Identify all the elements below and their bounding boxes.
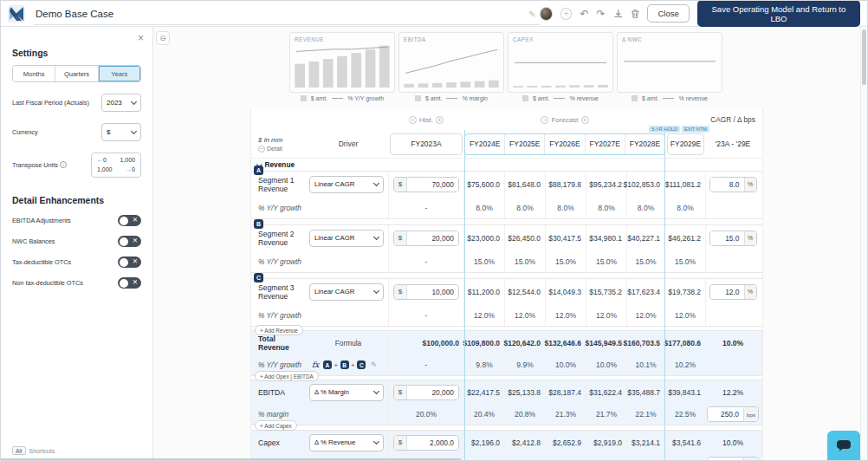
toggle-label-tax-deductible-otcs: Tax-deductible OTCs — [12, 258, 74, 266]
save-operating-model-button[interactable]: Save Operating Model and Return to LBO — [697, 0, 860, 27]
total-value-cell: $120,642.0 — [505, 331, 546, 354]
segment-a-badge: A — [254, 166, 263, 175]
non-tax-deductible-otcs-toggle[interactable]: ✕ — [118, 277, 141, 289]
line-legend-swatch — [663, 98, 674, 99]
currency-select[interactable]: $ — [101, 123, 141, 141]
chevron-down-icon — [373, 388, 379, 394]
expand-hist-icon[interactable]: + — [436, 116, 444, 124]
capex-delta-bps-input[interactable] — [708, 458, 743, 461]
column-header-fy2026e[interactable]: FY2026E — [544, 134, 584, 154]
segment-3-growth-cell: 12.0% — [464, 304, 505, 326]
collapse-forecast-icon[interactable]: − — [541, 116, 548, 124]
tab-months[interactable]: Months — [13, 66, 55, 81]
revenue-chart-title: REVENUE — [295, 36, 324, 42]
margin-row-label: % margin — [251, 410, 308, 419]
segment-2-value-cell: $30,417.5 — [546, 225, 586, 250]
chevron-down-icon — [373, 288, 379, 294]
segment-1-cagr-input[interactable] — [710, 178, 744, 192]
trash-icon[interactable] — [631, 9, 639, 19]
model-title-field[interactable]: Demo Base Case ✎ — [34, 4, 540, 25]
toggle-label-ebitda-adjustments: EBITDA Adjustments — [12, 217, 74, 224]
growth-row-label: % Y/Y growth — [251, 360, 308, 369]
tab-quarters[interactable]: Quarters — [55, 66, 98, 81]
ebitda-chart-title: EBITDA — [404, 36, 426, 42]
segment-1-value-cell: $111,081.2 — [665, 172, 706, 197]
segment-b-badge: B — [254, 219, 263, 229]
segment-3-cagr-input[interactable] — [710, 285, 744, 299]
segment-3-driver-select[interactable]: Linear CAGR — [309, 283, 384, 301]
tab-years[interactable]: Years — [99, 66, 140, 81]
column-header-fy2023a[interactable]: FY2023A — [390, 133, 463, 155]
chevron-down-icon — [131, 99, 137, 105]
undo-icon[interactable]: ↶ — [580, 9, 588, 19]
detail-enhancements-title: Detail Enhancements — [12, 195, 141, 205]
horizontal-scrollbar[interactable] — [1, 458, 461, 460]
nwc-balances-toggle[interactable]: ✕ — [118, 236, 141, 247]
segment-2-base-input[interactable] — [407, 231, 458, 245]
hist-margin-cell: 20.0% — [388, 404, 464, 425]
capex-revenue-pct-cell: 2.0% — [464, 454, 505, 461]
segment-2-cagr-input[interactable] — [710, 231, 744, 245]
total-growth-cell: 10.1% — [627, 354, 665, 375]
ebitda-adjustments-toggle[interactable]: ✕ — [118, 215, 141, 226]
add-capex-button[interactable]: + Add Capex — [255, 420, 297, 431]
capex-value-cell: $2,196.0 — [464, 431, 505, 454]
total-formula[interactable]: fx A + B + C ✎ — [308, 360, 388, 369]
history-panel-button[interactable]: ⊖ — [156, 31, 170, 45]
nwc-chart-title: Δ NWC — [622, 36, 642, 42]
close-button[interactable]: Close — [647, 4, 689, 23]
capex-driver-select[interactable]: Δ % Revenue — [309, 434, 384, 451]
add-collaborator-icon[interactable]: + — [560, 8, 572, 20]
growth-row-label: % Y/Y growth — [251, 257, 308, 266]
line-legend-swatch — [446, 98, 457, 99]
capex-base-input[interactable] — [407, 436, 458, 450]
transpose-units-button[interactable]: ←01,000 1,000→0 — [91, 153, 141, 178]
segment-1-base-input[interactable] — [407, 178, 458, 192]
capex-chart-title: CAPEX — [513, 36, 534, 42]
segment-1-driver-select[interactable]: Linear CAGR — [309, 176, 384, 193]
collapse-hist-icon[interactable]: − — [409, 116, 417, 124]
scrollbar-thumb[interactable] — [862, 29, 866, 85]
total-revenue-name: Total Revenue — [251, 334, 308, 352]
avatar[interactable] — [540, 7, 553, 21]
segment-1-name: Segment 1 Revenue — [251, 176, 308, 193]
total-value-cell: $109,800.0 — [464, 331, 505, 354]
segment-1-growth-cell: 8.0% — [627, 197, 665, 218]
ebitda-margin-cell: 20.4% — [464, 404, 505, 425]
growth-row-label: % Y/Y growth — [251, 204, 308, 212]
segment-2-driver-select[interactable]: Linear CAGR — [309, 230, 384, 247]
capex-revenue-pct-cell: 2.0% — [586, 454, 627, 461]
fiscal-period-label: Last Fiscal Period (Actuals) — [12, 99, 93, 107]
hold-period-badge: 5-YR HOLD — [649, 126, 680, 133]
column-header-fy2027e[interactable]: FY2027E — [585, 134, 625, 154]
column-header-fy2025e[interactable]: FY2025E — [504, 134, 544, 154]
column-header-fy2024e[interactable]: FY2024E — [465, 134, 504, 154]
collapse-detail-icon[interactable]: − — [258, 146, 265, 153]
chat-widget-button[interactable] — [827, 431, 860, 460]
segment-3-growth-cell: 12.0% — [505, 304, 546, 326]
segment-3-base-input[interactable] — [407, 285, 458, 299]
add-opex-ebitda-button[interactable]: + Add Opex | EBITDA — [255, 371, 319, 381]
column-header-fy2028e[interactable]: FY2028E — [625, 134, 664, 154]
ebitda-driver-select[interactable]: Δ % Margin — [309, 384, 384, 401]
close-panel-icon[interactable]: × — [138, 32, 144, 44]
tax-deductible-otcs-toggle[interactable]: ✕ — [118, 256, 141, 268]
total-growth-cell: 9.8% — [464, 354, 505, 375]
vertical-scrollbar[interactable] — [860, 27, 867, 460]
fiscal-period-select[interactable]: 2023 — [101, 94, 141, 112]
settings-panel: × Settings Months Quarters Years Last Fi… — [1, 27, 153, 460]
column-header-fy2029e[interactable]: FY2029E — [667, 133, 704, 155]
edit-title-icon[interactable]: ✎ — [528, 10, 539, 19]
hist-growth-cell: - — [388, 304, 464, 326]
add-revenue-button[interactable]: + Add Revenue — [255, 325, 303, 335]
edit-formula-icon[interactable]: ✎ — [371, 360, 378, 369]
ebitda-chart: EBITDA — [398, 32, 504, 93]
expand-forecast-icon[interactable]: + — [581, 116, 589, 124]
capex-revenue-pct-cell: 2.0% — [546, 454, 586, 461]
download-icon[interactable] — [613, 9, 623, 19]
ebitda-delta-bps-input[interactable] — [708, 407, 743, 421]
revenue-section-header[interactable]: Revenue — [251, 158, 762, 171]
ebitda-base-input[interactable] — [407, 386, 458, 399]
redo-icon[interactable]: ↷ — [596, 9, 605, 19]
formula-term-a: A — [323, 360, 332, 369]
